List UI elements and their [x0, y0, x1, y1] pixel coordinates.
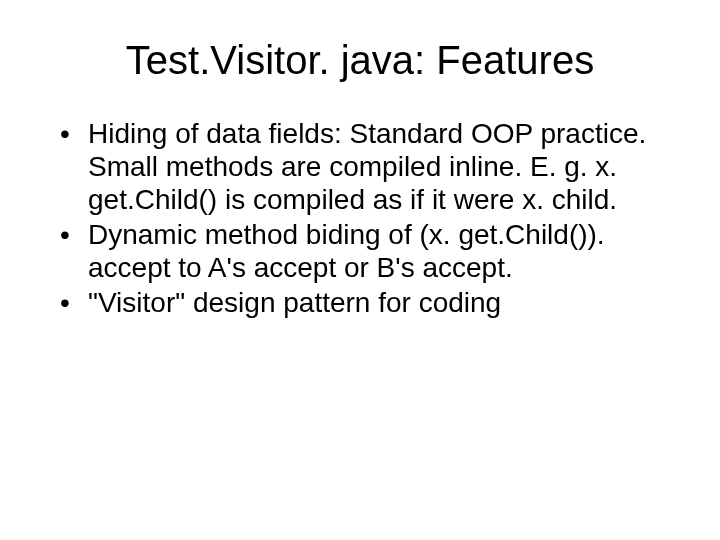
list-item: Dynamic method biding of (x. get.Child()… — [60, 218, 670, 284]
bullet-list: Hiding of data fields: Standard OOP prac… — [50, 117, 670, 319]
list-item: "Visitor" design pattern for coding — [60, 286, 670, 319]
slide: Test.Visitor. java: Features Hiding of d… — [0, 0, 720, 540]
slide-title: Test.Visitor. java: Features — [50, 38, 670, 83]
list-item: Hiding of data fields: Standard OOP prac… — [60, 117, 670, 216]
